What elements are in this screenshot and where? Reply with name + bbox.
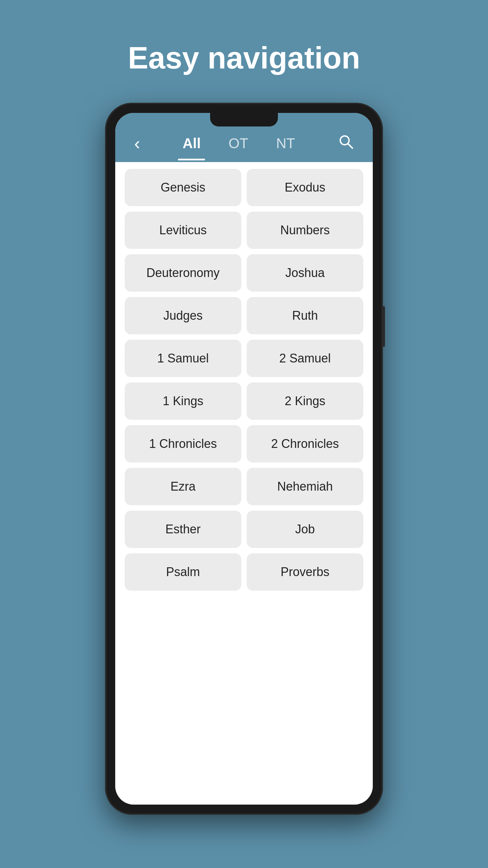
book-item-genesis[interactable]: Genesis [125,169,241,206]
book-item-1chronicles[interactable]: 1 Chronicles [125,425,241,462]
book-item-1kings[interactable]: 1 Kings [125,382,241,420]
book-item-2samuel[interactable]: 2 Samuel [247,340,363,377]
book-item-psalm[interactable]: Psalm [125,553,241,591]
tab-all[interactable]: All [177,133,206,154]
book-item-numbers[interactable]: Numbers [247,212,363,249]
book-item-judges[interactable]: Judges [125,297,241,334]
tab-ot[interactable]: OT [223,133,253,154]
header-nav: ‹ All OT NT [129,130,359,162]
book-item-1samuel[interactable]: 1 Samuel [125,340,241,377]
tab-nt[interactable]: NT [271,133,301,154]
svg-line-1 [348,144,352,148]
books-container: GenesisExodusLeviticusNumbersDeuteronomy… [115,162,373,805]
book-item-job[interactable]: Job [247,511,363,548]
nav-tabs: All OT NT [145,133,332,154]
book-item-proverbs[interactable]: Proverbs [247,553,363,591]
book-item-2kings[interactable]: 2 Kings [247,382,363,420]
book-item-nehemiah[interactable]: Nehemiah [247,468,363,505]
book-item-leviticus[interactable]: Leviticus [125,212,241,249]
book-item-ruth[interactable]: Ruth [247,297,363,334]
book-item-ezra[interactable]: Ezra [125,468,241,505]
page-title: Easy navigation [128,41,360,76]
phone-screen: ‹ All OT NT [115,113,373,805]
back-button[interactable]: ‹ [129,131,145,156]
phone-frame: ‹ All OT NT [105,103,383,815]
side-button [382,306,385,347]
book-item-exodus[interactable]: Exodus [247,169,363,206]
phone-mockup: ‹ All OT NT [105,103,383,815]
books-grid: GenesisExodusLeviticusNumbersDeuteronomy… [125,169,363,591]
book-item-esther[interactable]: Esther [125,511,241,548]
search-icon[interactable] [332,130,359,157]
phone-notch [210,113,278,126]
book-item-joshua[interactable]: Joshua [247,254,363,292]
book-item-deuteronomy[interactable]: Deuteronomy [125,254,241,292]
book-item-2chronicles[interactable]: 2 Chronicles [247,425,363,462]
